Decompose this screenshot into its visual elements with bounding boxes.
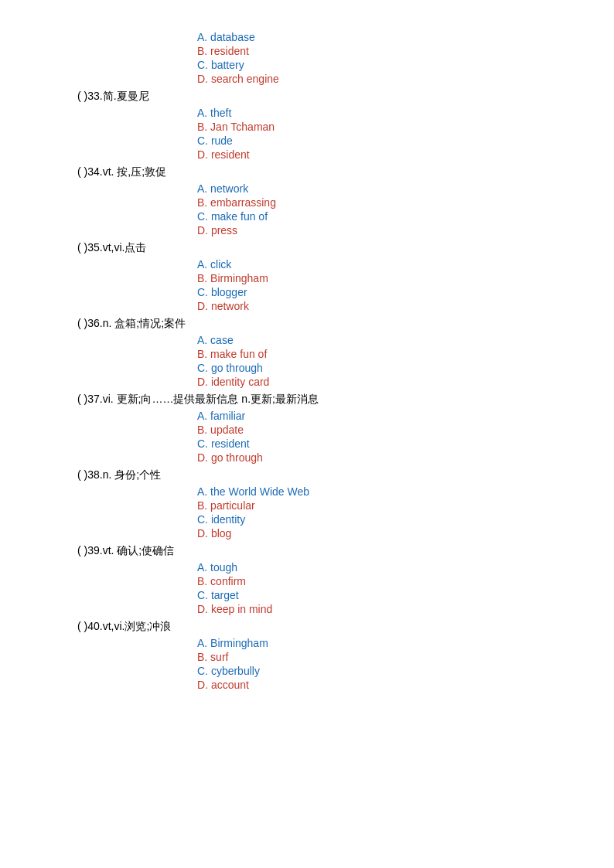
option-5-a: A. case [197, 334, 537, 346]
question-prefix-33: ( )33.简.夏曼尼 [77, 90, 170, 104]
option-1-d: D. search engine [197, 73, 537, 85]
option-3-b: B. embarrassing [197, 196, 537, 209]
option-5-c: C. go through [197, 362, 537, 374]
question-prefix-38: ( )38.n. 身份;个性 [77, 468, 170, 482]
option-3-d: D. press [197, 224, 537, 237]
question-prefix-35: ( )35.vt,vi.点击 [77, 241, 170, 255]
option-9-c: C. cyberbully [197, 665, 537, 677]
question-line-40: ( )40.vt,vi.浏览;冲浪 [77, 620, 537, 634]
question-line-33: ( )33.简.夏曼尼 [77, 90, 537, 104]
option-4-d: D. network [197, 300, 537, 312]
option-6-c: C. resident [197, 437, 537, 450]
option-2-c: C. rude [197, 134, 537, 147]
question-prefix-36: ( )36.n. 盒箱;情况;案件 [77, 317, 186, 331]
question-block-1: A. databaseB. residentC. batteryD. searc… [77, 31, 537, 85]
option-1-c: C. battery [197, 59, 537, 71]
option-9-a: A. Birmingham [197, 637, 537, 649]
option-3-c: C. make fun of [197, 210, 537, 223]
question-block-9: ( )40.vt,vi.浏览;冲浪A. BirminghamB. surfC. … [77, 620, 537, 691]
question-line-37: ( )37.vi. 更新;向……提供最新信息 n.更新;最新消息 [77, 393, 537, 407]
question-block-2: ( )33.简.夏曼尼A. theftB. Jan TchamanC. rude… [77, 90, 537, 161]
option-6-b: B. update [197, 424, 537, 436]
option-2-b: B. Jan Tchaman [197, 121, 537, 133]
question-line-36: ( )36.n. 盒箱;情况;案件 [77, 317, 537, 331]
question-block-3: ( )34.vt. 按,压;敦促A. networkB. embarrassin… [77, 165, 537, 237]
option-4-c: C. blogger [197, 286, 537, 298]
option-6-a: A. familiar [197, 410, 537, 422]
option-4-b: B. Birmingham [197, 272, 537, 284]
question-block-6: ( )37.vi. 更新;向……提供最新信息 n.更新;最新消息A. famil… [77, 393, 537, 464]
option-8-a: A. tough [197, 561, 537, 574]
question-prefix-40: ( )40.vt,vi.浏览;冲浪 [77, 620, 171, 634]
option-2-a: A. theft [197, 107, 537, 119]
question-line-39: ( )39.vt. 确认;使确信 [77, 544, 537, 558]
question-prefix-39: ( )39.vt. 确认;使确信 [77, 544, 174, 558]
question-block-5: ( )36.n. 盒箱;情况;案件A. caseB. make fun ofC.… [77, 317, 537, 388]
option-4-a: A. click [197, 258, 537, 271]
option-5-b: B. make fun of [197, 348, 537, 360]
option-9-b: B. surf [197, 651, 537, 663]
question-block-4: ( )35.vt,vi.点击A. clickB. BirminghamC. bl… [77, 241, 537, 312]
option-7-a: A. the World Wide Web [197, 485, 537, 498]
option-9-d: D. account [197, 679, 537, 691]
question-line-34: ( )34.vt. 按,压;敦促 [77, 165, 537, 179]
option-7-c: C. identity [197, 513, 537, 526]
question-block-8: ( )39.vt. 确认;使确信A. toughB. confirmC. tar… [77, 544, 537, 615]
option-1-b: B. resident [197, 45, 537, 57]
question-prefix-34: ( )34.vt. 按,压;敦促 [77, 165, 170, 179]
option-6-d: D. go through [197, 451, 537, 464]
main-content: A. databaseB. residentC. batteryD. searc… [0, 15, 614, 711]
option-2-d: D. resident [197, 148, 537, 161]
option-7-d: D. blog [197, 527, 537, 540]
question-line-38: ( )38.n. 身份;个性 [77, 468, 537, 482]
question-line-35: ( )35.vt,vi.点击 [77, 241, 537, 255]
option-8-c: C. target [197, 589, 537, 601]
question-block-7: ( )38.n. 身份;个性A. the World Wide WebB. pa… [77, 468, 537, 540]
option-8-b: B. confirm [197, 575, 537, 587]
option-1-a: A. database [197, 31, 537, 43]
option-3-a: A. network [197, 182, 537, 195]
option-8-d: D. keep in mind [197, 603, 537, 615]
option-7-b: B. particular [197, 499, 537, 512]
option-5-d: D. identity card [197, 376, 537, 388]
question-prefix-37: ( )37.vi. 更新;向……提供最新信息 n.更新;最新消息 [77, 393, 319, 407]
